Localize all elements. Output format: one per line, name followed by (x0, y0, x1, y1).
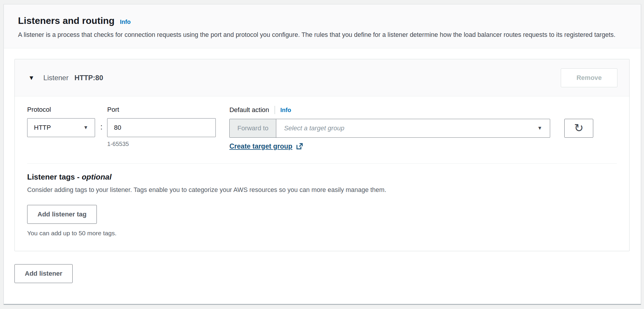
default-action-info-link[interactable]: Info (280, 107, 291, 114)
create-target-group-link[interactable]: Create target group (229, 142, 292, 150)
target-group-placeholder: Select a target group (276, 119, 537, 137)
default-action-field: Default action Info Forward to Select a … (229, 106, 617, 150)
chevron-down-icon: ▼ (537, 125, 542, 131)
panel-header: Listeners and routing Info A listener is… (4, 4, 641, 48)
tags-title-separator: - (77, 172, 82, 181)
listener-label: Listener (43, 74, 68, 82)
tags-description: Consider adding tags to your listener. T… (27, 186, 617, 194)
section-description: A listener is a process that checks for … (18, 30, 627, 40)
label-divider (274, 106, 275, 114)
listener-card-header: ▼ Listener HTTP:80 Remove (15, 59, 629, 96)
tags-optional-label: optional (82, 172, 112, 181)
listener-tags-section: Listener tags - optional Consider adding… (27, 164, 617, 237)
protocol-field: Protocol HTTP ▼ (27, 106, 95, 137)
port-field: Port 1-65535 (107, 106, 216, 147)
listeners-and-routing-panel: Listeners and routing Info A listener is… (4, 4, 641, 305)
port-input[interactable] (107, 118, 216, 137)
port-range-hint: 1-65535 (107, 141, 216, 147)
target-group-select[interactable]: Forward to Select a target group ▼ (229, 119, 550, 138)
tags-remaining-hint: You can add up to 50 more tags. (27, 230, 617, 237)
protocol-label: Protocol (27, 106, 95, 114)
tags-title: Listener tags (27, 172, 75, 181)
page-title: Listeners and routing (18, 15, 115, 26)
listener-name: HTTP:80 (74, 74, 103, 82)
protocol-selected-value: HTTP (34, 124, 51, 132)
port-label: Port (107, 106, 216, 114)
listener-card: ▼ Listener HTTP:80 Remove Protocol HTTP … (14, 59, 630, 251)
refresh-target-groups-button[interactable]: ↻ (564, 119, 593, 138)
remove-listener-button[interactable]: Remove (561, 68, 617, 87)
section-info-link[interactable]: Info (120, 19, 131, 25)
default-action-label: Default action (229, 106, 269, 114)
protocol-port-separator: : (100, 122, 102, 132)
forward-to-prefix: Forward to (230, 119, 276, 137)
external-link-icon (295, 142, 303, 150)
listener-card-body: Protocol HTTP ▼ : Port 1-65535 (15, 96, 629, 251)
panel-body: ▼ Listener HTTP:80 Remove Protocol HTTP … (4, 48, 641, 294)
protocol-select[interactable]: HTTP ▼ (27, 118, 95, 137)
refresh-icon: ↻ (574, 122, 583, 134)
add-listener-tag-button[interactable]: Add listener tag (27, 205, 97, 224)
collapse-caret-icon[interactable]: ▼ (28, 75, 35, 81)
add-listener-button[interactable]: Add listener (14, 264, 73, 283)
chevron-down-icon: ▼ (83, 125, 88, 131)
